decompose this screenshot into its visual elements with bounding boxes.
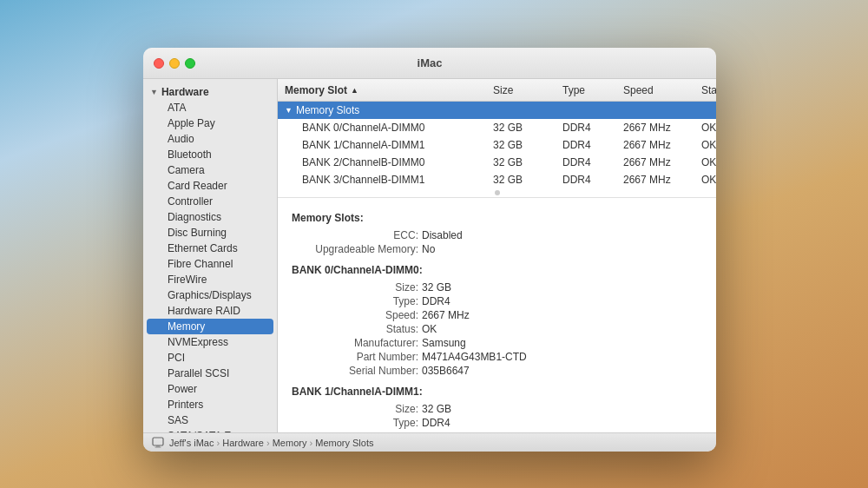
sidebar-item-card-reader[interactable]: Card Reader [143,178,277,194]
sidebar-item-diagnostics[interactable]: Diagnostics [143,209,277,225]
ecc-value: Disabled [422,229,702,241]
sidebar: ▼ Hardware ATAApple PayAudioBluetoothCam… [143,79,278,432]
sidebar-item-fibre-channel[interactable]: Fibre Channel [143,256,277,272]
row-bank1-speed: 2667 MHz [616,139,694,151]
imac-icon [152,437,164,449]
col-header-status[interactable]: Status [694,84,716,96]
col-header-speed[interactable]: Speed [616,84,694,96]
row-bank3-status: OK [694,174,716,186]
row-bank0-status: OK [694,122,716,134]
row-bank0: BANK 0/ChannelA-DIMM0 [278,122,486,134]
breadcrumb-imac: Jeff's iMac [169,438,214,448]
row-bank1-size: 32 GB [486,139,556,151]
table-row[interactable]: BANK 2/ChannelB-DIMM0 32 GB DDR4 2667 MH… [278,154,716,171]
table-row[interactable]: ▼ Memory Slots [278,102,716,119]
table-body: ▼ Memory Slots BANK 0/ChannelA-DIMM0 32 … [278,102,716,188]
titlebar: iMac [143,48,716,79]
scroll-hint [278,188,716,197]
sidebar-item-disc-burning[interactable]: Disc Burning [143,225,277,241]
sidebar-item-firewire[interactable]: FireWire [143,272,277,287]
content-area: Memory Slot ▲ Size Type Speed Status [278,79,716,432]
hardware-triangle-icon: ▼ [150,88,158,96]
col-header-memory-slot[interactable]: Memory Slot ▲ [278,84,486,96]
col-header-type[interactable]: Type [556,84,616,96]
memory-slots-info: ECC: Disabled Upgradeable Memory: No [292,229,702,255]
memory-slots-title: Memory Slots: [292,212,702,224]
hardware-items-container: ATAApple PayAudioBluetoothCameraCard Rea… [143,100,277,432]
row-bank0-type: DDR4 [556,122,616,134]
sidebar-hardware-section[interactable]: ▼ Hardware [143,84,277,100]
sidebar-item-apple-pay[interactable]: Apple Pay [143,115,277,131]
sidebar-item-memory[interactable]: Memory [147,319,273,334]
sidebar-item-controller[interactable]: Controller [143,194,277,209]
svg-rect-1 [156,445,160,447]
sidebar-item-camera[interactable]: Camera [143,162,277,178]
bank0-title: BANK 0/ChannelA-DIMM0: [292,264,702,276]
row-bank0-size: 32 GB [486,122,556,134]
breadcrumb-memory-slots: Memory Slots [315,438,373,448]
row-bank1-status: OK [694,139,716,151]
col-header-size[interactable]: Size [486,84,556,96]
window-title: iMac [418,56,443,69]
sidebar-item-printers[interactable]: Printers [143,397,277,412]
sidebar-item-ethernet-cards[interactable]: Ethernet Cards [143,241,277,256]
row-bank0-speed: 2667 MHz [616,122,694,134]
breadcrumb-hardware: Hardware [222,438,264,448]
row-bank2: BANK 2/ChannelB-DIMM0 [278,156,486,168]
sidebar-item-bluetooth[interactable]: Bluetooth [143,147,277,162]
sidebar-item-nvmexpress[interactable]: NVMExpress [143,334,277,350]
bank1-detail: Size: 32 GB Type: DDR4 Speed: 2667 MHz S… [292,403,702,432]
table-row[interactable]: BANK 1/ChannelA-DIMM1 32 GB DDR4 2667 MH… [278,136,716,154]
row-bank1: BANK 1/ChannelA-DIMM1 [278,139,486,151]
sort-arrow-icon: ▲ [351,86,358,95]
row-bank2-speed: 2667 MHz [616,156,694,168]
sidebar-item-graphics-displays[interactable]: Graphics/Displays [143,287,277,303]
detail-panel: Memory Slots: ECC: Disabled Upgradeable … [278,198,716,432]
sidebar-item-power[interactable]: Power [143,381,277,397]
upgradeable-value: No [422,243,702,255]
scroll-dot [495,190,500,195]
breadcrumb-memory: Memory [273,438,307,448]
maximize-button[interactable] [185,58,195,69]
sidebar-item-parallel-scsi[interactable]: Parallel SCSI [143,366,277,381]
sidebar-item-audio[interactable]: Audio [143,131,277,147]
sidebar-hardware-label: Hardware [161,86,209,98]
bank1-title: BANK 1/ChannelA-DIMM1: [292,386,702,398]
system-information-window: iMac ▼ Hardware ATAApple PayAudioBluetoo… [143,48,716,452]
row-bank3: BANK 3/ChannelB-DIMM1 [278,174,486,186]
row-bank3-size: 32 GB [486,174,556,186]
breadcrumb: Jeff's iMac › Hardware › Memory › Memory… [169,438,373,448]
row-bank1-type: DDR4 [556,139,616,151]
ecc-label: ECC: [306,229,418,241]
statusbar: Jeff's iMac › Hardware › Memory › Memory… [143,432,716,452]
row-bank3-speed: 2667 MHz [616,174,694,186]
svg-rect-0 [153,438,163,445]
traffic-lights [154,58,195,69]
window-body: ▼ Hardware ATAApple PayAudioBluetoothCam… [143,79,716,432]
row-bank3-type: DDR4 [556,174,616,186]
row-bank2-status: OK [694,156,716,168]
table-row[interactable]: BANK 0/ChannelA-DIMM0 32 GB DDR4 2667 MH… [278,119,716,136]
row-triangle-icon: ▼ [285,106,293,115]
row-bank2-size: 32 GB [486,156,556,168]
sidebar-item-ata[interactable]: ATA [143,100,277,115]
table-row[interactable]: BANK 3/ChannelB-DIMM1 32 GB DDR4 2667 MH… [278,171,716,188]
row-name-memory-slots: ▼ Memory Slots [278,104,486,116]
close-button[interactable] [154,58,164,69]
bank0-detail: Size: 32 GB Type: DDR4 Speed: 2667 MHz S… [292,281,702,377]
sidebar-item-hardware-raid[interactable]: Hardware RAID [143,303,277,319]
upgradeable-label: Upgradeable Memory: [306,243,418,255]
sidebar-item-pci[interactable]: PCI [143,350,277,366]
svg-rect-2 [155,446,161,447]
row-bank2-type: DDR4 [556,156,616,168]
table-header: Memory Slot ▲ Size Type Speed Status [278,79,716,102]
sidebar-item-sas[interactable]: SAS [143,412,277,428]
minimize-button[interactable] [169,58,180,69]
